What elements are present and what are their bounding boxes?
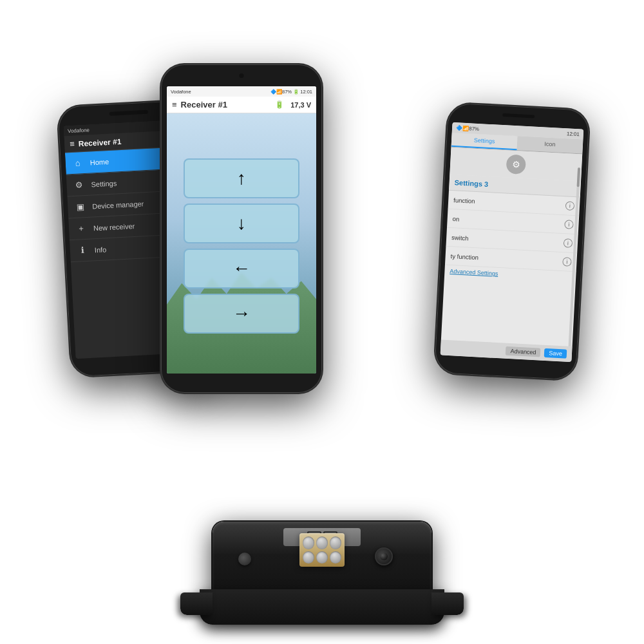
status-icons-right: 🔷📶87% bbox=[456, 125, 479, 132]
advanced-button[interactable]: Advanced bbox=[506, 346, 541, 357]
nav-label-new-receiver: New receiver bbox=[93, 222, 135, 232]
settings-label-function: function bbox=[453, 196, 475, 205]
phone-left-notch bbox=[109, 110, 148, 116]
nav-label-info: Info bbox=[95, 245, 107, 254]
hamburger-icon-left[interactable]: ≡ bbox=[70, 139, 75, 149]
nav-label-settings: Settings bbox=[91, 179, 117, 188]
arrow-left-button[interactable]: ← bbox=[184, 249, 299, 289]
settings-icon: ⚙ bbox=[73, 180, 85, 190]
add-icon: + bbox=[75, 223, 88, 234]
hamburger-icon-center: ≡ bbox=[172, 100, 177, 109]
arrow-right-button[interactable]: → bbox=[184, 294, 299, 334]
phone-center-header[interactable]: ≡ Receiver #1 🔋 17,3 V bbox=[167, 97, 316, 113]
status-icons-center: 🔷📶87% 🔋 12:01 bbox=[270, 89, 312, 95]
bottom-buttons: Advanced Save bbox=[506, 346, 567, 359]
arrow-buttons-container: ↑ ↓ ← → bbox=[167, 113, 316, 374]
connector-pin-2 bbox=[316, 536, 328, 549]
device-base bbox=[200, 589, 444, 625]
arrow-down-button[interactable]: ↓ bbox=[184, 204, 299, 243]
carrier-left: Vodafone bbox=[68, 127, 90, 134]
phone-right: 🔷📶87% 12:01 Settings Icon ⚙ Settings 3 f… bbox=[434, 103, 590, 381]
arrow-up-button[interactable]: ↑ bbox=[184, 158, 299, 198]
connector-pin-1 bbox=[303, 536, 314, 549]
connector-pin-4 bbox=[303, 551, 314, 564]
settings-icon-circle: ⚙ bbox=[506, 154, 527, 175]
nav-label-home: Home bbox=[90, 157, 109, 166]
carrier-center: Vodafone bbox=[171, 89, 191, 95]
device-left-bump bbox=[238, 553, 251, 565]
hardware-device bbox=[193, 444, 451, 625]
bottom-action-bar: Advanced Save bbox=[440, 339, 573, 362]
device-mount-left bbox=[180, 592, 213, 615]
device-connector bbox=[299, 533, 345, 567]
voltage-display: 17,3 V bbox=[290, 101, 311, 109]
settings-label-safety: ty function bbox=[450, 252, 478, 261]
device-mount-right bbox=[431, 592, 464, 615]
battery-icon-center: 🔋 bbox=[275, 100, 284, 109]
phone-center-status-bar: Vodafone 🔷📶87% 🔋 12:01 bbox=[167, 86, 316, 97]
main-scene: Vodafone 🔷📶87% ≡ Receiver #1 🔋 ⌂ Home ⚙ … bbox=[0, 0, 644, 644]
device-camera-lens bbox=[375, 547, 393, 565]
connector-pin-6 bbox=[330, 551, 341, 564]
phone-left-title: Receiver #1 bbox=[78, 137, 121, 147]
phone-center: Vodafone 🔷📶87% 🔋 12:01 ≡ Receiver #1 🔋 1… bbox=[161, 64, 322, 393]
connector-pin-3 bbox=[330, 536, 341, 549]
phone-center-camera bbox=[240, 73, 244, 78]
phone-right-screen: 🔷📶87% 12:01 Settings Icon ⚙ Settings 3 f… bbox=[440, 122, 584, 362]
info-icon-left: ℹ bbox=[76, 245, 88, 256]
settings-label-on: on bbox=[452, 215, 459, 223]
device-manager-icon: ▣ bbox=[74, 202, 86, 212]
info-icon-safety[interactable]: i bbox=[562, 257, 572, 267]
arrow-control-screen: ↑ ↓ ← → bbox=[167, 113, 316, 374]
connector-pin-5 bbox=[316, 551, 328, 564]
save-button[interactable]: Save bbox=[544, 348, 567, 359]
time-right: 12:01 bbox=[567, 131, 580, 137]
info-icon-on[interactable]: i bbox=[564, 220, 574, 229]
info-icon-function[interactable]: i bbox=[565, 201, 575, 211]
nav-label-device-manager: Device manager bbox=[92, 200, 144, 210]
phone-right-notch bbox=[502, 113, 535, 118]
phone-center-screen: Vodafone 🔷📶87% 🔋 12:01 ≡ Receiver #1 🔋 1… bbox=[167, 86, 316, 374]
settings-label-switch: switch bbox=[451, 234, 469, 242]
home-icon: ⌂ bbox=[71, 158, 84, 168]
phone-center-title: Receiver #1 bbox=[181, 100, 227, 109]
info-icon-switch[interactable]: i bbox=[564, 238, 573, 248]
